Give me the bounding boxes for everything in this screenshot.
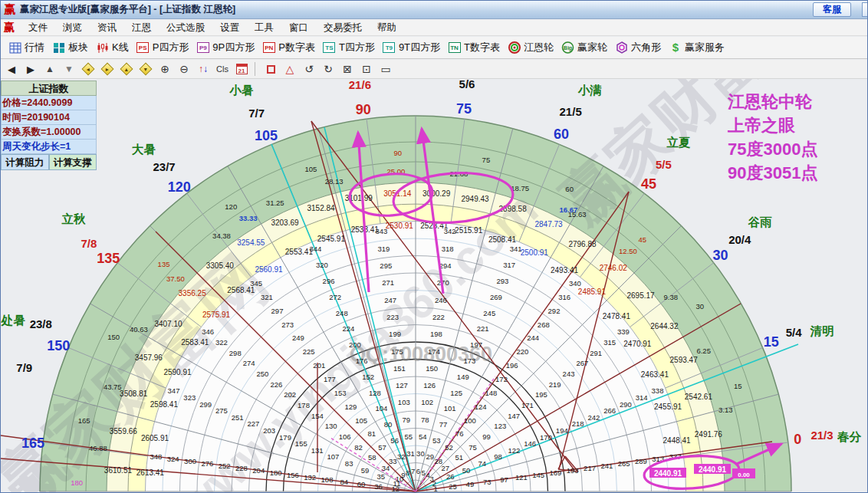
svg-text:299: 299 xyxy=(199,400,212,409)
menu-item-3[interactable]: 江恩 xyxy=(124,21,159,35)
svg-text:252: 252 xyxy=(219,462,231,470)
toolbar-button-行情[interactable]: 行情 xyxy=(8,41,44,54)
svg-text:193: 193 xyxy=(567,466,579,475)
fit-icon[interactable]: ⊡ xyxy=(358,61,375,77)
svg-text:145: 145 xyxy=(532,471,544,479)
svg-text:40.63: 40.63 xyxy=(130,325,148,334)
svg-text:12: 12 xyxy=(391,485,399,493)
svg-text:34: 34 xyxy=(382,464,390,472)
svg-text:2493.41: 2493.41 xyxy=(551,266,579,274)
svg-text:225: 225 xyxy=(303,347,315,356)
svg-text:2598.41: 2598.41 xyxy=(150,400,179,409)
svg-text:180: 180 xyxy=(270,468,282,477)
partial-button[interactable] xyxy=(862,2,868,17)
svg-text:276: 276 xyxy=(201,459,213,468)
svg-text:176: 176 xyxy=(356,357,368,365)
time-row: 时间=20190104 xyxy=(1,110,97,125)
zoom-in-icon[interactable]: ⊕ xyxy=(156,61,173,77)
arrow-right-icon[interactable]: ▶ xyxy=(22,61,39,77)
tn-icon: TN xyxy=(448,41,461,54)
svg-text:15: 15 xyxy=(734,382,742,390)
svg-text:217: 217 xyxy=(584,464,596,472)
toolbar-button-9P四方形[interactable]: P99P四方形 xyxy=(196,41,255,54)
updown-icon[interactable]: ↑↓ xyxy=(195,61,212,77)
svg-text:春分: 春分 xyxy=(837,430,862,443)
svg-text:104: 104 xyxy=(375,404,387,412)
svg-text:171: 171 xyxy=(521,401,534,409)
svg-text:3610.51: 3610.51 xyxy=(104,466,133,475)
svg-text:23/8: 23/8 xyxy=(30,317,52,330)
hexagon-icon xyxy=(615,41,628,54)
menu-item-7[interactable]: 窗口 xyxy=(281,21,316,35)
toolbar-button-六角形[interactable]: 六角形 xyxy=(615,41,661,54)
calc-support-button[interactable]: 计算支撑 xyxy=(49,154,97,170)
zoom-out-icon[interactable]: ⊖ xyxy=(176,61,192,77)
arrow-down-icon[interactable]: ▼ xyxy=(61,61,77,77)
toolbar-button-板块[interactable]: 板块 xyxy=(52,41,88,54)
svg-text:大暑: 大暑 xyxy=(132,143,156,156)
svg-text:319: 319 xyxy=(377,245,390,253)
xbox-icon[interactable]: ⊠ xyxy=(339,61,356,77)
menu-item-9[interactable]: 帮助 xyxy=(370,21,404,35)
svg-text:75: 75 xyxy=(469,443,477,452)
svg-text:90: 90 xyxy=(356,102,371,117)
toolbar-button-9T四方形[interactable]: T99T四方形 xyxy=(383,41,440,54)
toolbar-button-江恩轮[interactable]: 江恩轮 xyxy=(508,41,554,54)
menu-item-2[interactable]: 资讯 xyxy=(90,21,124,35)
svg-text:126: 126 xyxy=(423,381,436,389)
toolbar-button-K线[interactable]: K线 xyxy=(96,41,129,54)
menu-item-5[interactable]: 设置 xyxy=(212,21,247,35)
svg-text:59: 59 xyxy=(361,466,370,475)
gann-annotation-text: 江恩轮中轮 上帝之眼 75度3000点 90度3051点 xyxy=(728,90,817,185)
svg-text:324: 324 xyxy=(167,455,179,463)
diamond-down-icon[interactable]: ▾ xyxy=(137,61,154,77)
triangle-tool-icon[interactable]: △ xyxy=(281,61,298,77)
svg-text:228: 228 xyxy=(235,464,248,472)
svg-text:20/4: 20/4 xyxy=(728,233,751,246)
rotate-cw-icon[interactable]: ↻ xyxy=(320,61,337,77)
svg-text:2448.41: 2448.41 xyxy=(663,436,692,445)
svg-text:小暑: 小暑 xyxy=(229,84,254,97)
arrow-left-icon[interactable]: ◀ xyxy=(3,61,20,77)
toolbar-button-赢家服务[interactable]: $赢家服务 xyxy=(669,41,725,54)
calendar-icon[interactable]: 21 xyxy=(233,61,250,77)
svg-text:60: 60 xyxy=(565,185,574,193)
toolbar-button-P数字表[interactable]: PNP数字表 xyxy=(262,41,315,54)
toolbar-button-T四方形[interactable]: TST四方形 xyxy=(323,41,375,54)
svg-text:2545.91: 2545.91 xyxy=(317,235,346,243)
toolbar-button-P四方形[interactable]: PSP四方形 xyxy=(136,41,189,54)
svg-text:154: 154 xyxy=(311,412,324,420)
menu-item-1[interactable]: 浏览 xyxy=(55,21,90,35)
rotate-ccw-icon[interactable]: ↺ xyxy=(301,61,317,77)
coefficient-row: 变换系数=1.00000 xyxy=(1,125,97,140)
svg-text:60: 60 xyxy=(357,480,366,488)
arrow-up-icon[interactable]: ▲ xyxy=(41,61,58,77)
menu-item-8[interactable]: 交易委托 xyxy=(316,21,370,35)
svg-text:29: 29 xyxy=(426,452,434,461)
cls-button[interactable]: Cls xyxy=(214,61,231,77)
square-tool-icon[interactable] xyxy=(262,61,279,77)
svg-text:3254.55: 3254.55 xyxy=(237,238,265,247)
svg-text:125: 125 xyxy=(450,389,462,397)
svg-text:25: 25 xyxy=(449,482,457,491)
svg-text:338: 338 xyxy=(652,386,664,395)
diamond-left-icon[interactable]: ◂ xyxy=(80,61,97,77)
toolbar-button-T数字表[interactable]: TNT数字表 xyxy=(448,41,500,54)
svg-text:Big: Big xyxy=(564,45,572,51)
customer-service-button[interactable]: 客服 xyxy=(813,2,851,17)
svg-text:219: 219 xyxy=(549,380,561,389)
svg-text:3508.81: 3508.81 xyxy=(120,389,148,398)
svg-text:108: 108 xyxy=(321,475,334,484)
menu-item-0[interactable]: 文件 xyxy=(21,21,55,35)
svg-text:170: 170 xyxy=(540,433,552,442)
svg-text:107: 107 xyxy=(327,452,339,461)
menu-item-6[interactable]: 工具 xyxy=(247,21,281,35)
calc-resistance-button[interactable]: 计算阻力 xyxy=(1,154,49,170)
svg-text:谷雨: 谷雨 xyxy=(748,215,773,228)
menu-item-4[interactable]: 公式选股 xyxy=(159,21,212,35)
toolbar-button-赢家轮[interactable]: Big赢家轮 xyxy=(561,41,607,54)
monitor-icon[interactable]: ▭ xyxy=(377,61,394,77)
diamond-right-icon[interactable]: ▸ xyxy=(99,61,116,77)
diamond-up-icon[interactable]: ▴ xyxy=(118,61,135,77)
svg-text:79: 79 xyxy=(402,416,410,424)
